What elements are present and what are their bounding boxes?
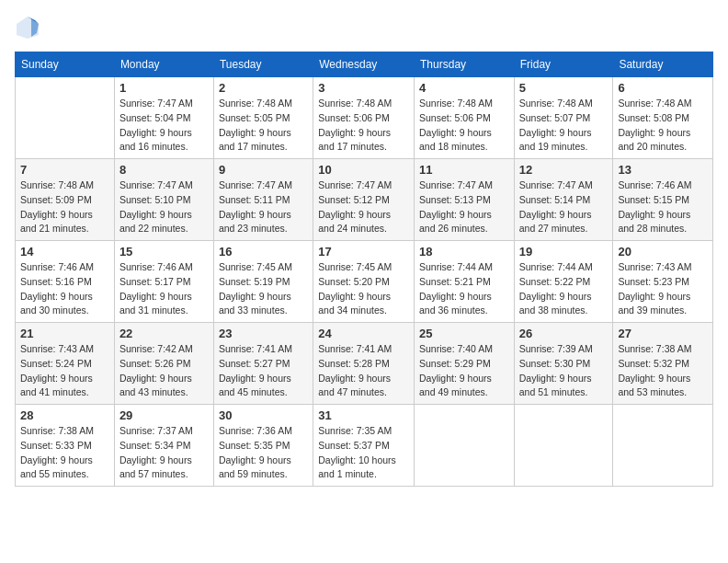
calendar-header: SundayMondayTuesdayWednesdayThursdayFrid… <box>16 52 713 77</box>
calendar-cell: 18Sunrise: 7:44 AMSunset: 5:21 PMDayligh… <box>415 241 515 323</box>
day-info: Sunrise: 7:47 AMSunset: 5:04 PMDaylight:… <box>119 97 209 155</box>
logo <box>15 15 44 40</box>
day-header-tuesday: Tuesday <box>213 52 313 77</box>
calendar-cell: 9Sunrise: 7:47 AMSunset: 5:11 PMDaylight… <box>213 159 313 241</box>
calendar-cell: 16Sunrise: 7:45 AMSunset: 5:19 PMDayligh… <box>213 241 313 323</box>
day-info: Sunrise: 7:48 AMSunset: 5:09 PMDaylight:… <box>20 178 109 236</box>
day-number: 12 <box>519 163 609 177</box>
calendar-cell: 4Sunrise: 7:48 AMSunset: 5:06 PMDaylight… <box>415 77 515 159</box>
day-info: Sunrise: 7:44 AMSunset: 5:21 PMDaylight:… <box>419 260 509 318</box>
calendar-week-row: 21Sunrise: 7:43 AMSunset: 5:24 PMDayligh… <box>16 323 713 405</box>
day-number: 20 <box>618 245 708 259</box>
calendar-week-row: 1Sunrise: 7:47 AMSunset: 5:04 PMDaylight… <box>16 77 713 159</box>
day-info: Sunrise: 7:48 AMSunset: 5:08 PMDaylight:… <box>618 97 708 155</box>
day-number: 27 <box>618 327 708 340</box>
day-info: Sunrise: 7:47 AMSunset: 5:12 PMDaylight:… <box>318 178 409 236</box>
days-of-week-row: SundayMondayTuesdayWednesdayThursdayFrid… <box>16 52 713 77</box>
calendar-cell: 29Sunrise: 7:37 AMSunset: 5:34 PMDayligh… <box>114 405 213 487</box>
day-number: 21 <box>20 327 109 340</box>
day-number: 18 <box>419 245 509 259</box>
calendar-cell: 13Sunrise: 7:46 AMSunset: 5:15 PMDayligh… <box>613 159 713 241</box>
calendar-table: SundayMondayTuesdayWednesdayThursdayFrid… <box>15 52 713 487</box>
day-info: Sunrise: 7:45 AMSunset: 5:20 PMDaylight:… <box>318 260 409 318</box>
day-number: 30 <box>219 408 308 422</box>
calendar-body: 1Sunrise: 7:47 AMSunset: 5:04 PMDaylight… <box>16 77 713 487</box>
day-info: Sunrise: 7:47 AMSunset: 5:11 PMDaylight:… <box>219 178 308 236</box>
day-number: 24 <box>318 327 409 340</box>
day-info: Sunrise: 7:43 AMSunset: 5:24 PMDaylight:… <box>20 342 109 400</box>
day-header-saturday: Saturday <box>613 52 713 77</box>
day-info: Sunrise: 7:46 AMSunset: 5:16 PMDaylight:… <box>20 260 109 318</box>
day-header-sunday: Sunday <box>16 52 115 77</box>
day-info: Sunrise: 7:47 AMSunset: 5:13 PMDaylight:… <box>419 178 509 236</box>
calendar-cell: 20Sunrise: 7:43 AMSunset: 5:23 PMDayligh… <box>613 241 713 323</box>
day-number: 15 <box>119 245 209 259</box>
calendar-cell: 1Sunrise: 7:47 AMSunset: 5:04 PMDaylight… <box>114 77 213 159</box>
calendar-cell: 12Sunrise: 7:47 AMSunset: 5:14 PMDayligh… <box>514 159 613 241</box>
calendar-week-row: 7Sunrise: 7:48 AMSunset: 5:09 PMDaylight… <box>16 159 713 241</box>
calendar-cell <box>16 77 115 159</box>
calendar-cell: 14Sunrise: 7:46 AMSunset: 5:16 PMDayligh… <box>16 241 115 323</box>
day-info: Sunrise: 7:48 AMSunset: 5:06 PMDaylight:… <box>419 97 509 155</box>
day-info: Sunrise: 7:40 AMSunset: 5:29 PMDaylight:… <box>419 342 509 400</box>
day-number: 28 <box>20 408 109 422</box>
calendar-cell: 28Sunrise: 7:38 AMSunset: 5:33 PMDayligh… <box>16 405 115 487</box>
calendar-cell: 10Sunrise: 7:47 AMSunset: 5:12 PMDayligh… <box>313 159 415 241</box>
logo-icon <box>15 15 40 40</box>
day-info: Sunrise: 7:41 AMSunset: 5:27 PMDaylight:… <box>219 342 308 400</box>
day-number: 22 <box>119 327 209 340</box>
day-info: Sunrise: 7:45 AMSunset: 5:19 PMDaylight:… <box>219 260 308 318</box>
day-info: Sunrise: 7:39 AMSunset: 5:30 PMDaylight:… <box>519 342 609 400</box>
day-info: Sunrise: 7:38 AMSunset: 5:32 PMDaylight:… <box>618 342 708 400</box>
day-number: 2 <box>219 81 308 95</box>
day-number: 11 <box>419 163 509 177</box>
day-number: 4 <box>419 81 509 95</box>
day-number: 5 <box>519 81 609 95</box>
day-number: 7 <box>20 163 109 177</box>
day-header-friday: Friday <box>514 52 613 77</box>
day-info: Sunrise: 7:48 AMSunset: 5:05 PMDaylight:… <box>219 97 308 155</box>
calendar-cell: 3Sunrise: 7:48 AMSunset: 5:06 PMDaylight… <box>313 77 415 159</box>
day-number: 6 <box>618 81 708 95</box>
day-info: Sunrise: 7:48 AMSunset: 5:06 PMDaylight:… <box>318 97 409 155</box>
day-number: 19 <box>519 245 609 259</box>
day-number: 3 <box>318 81 409 95</box>
calendar-cell: 31Sunrise: 7:35 AMSunset: 5:37 PMDayligh… <box>313 405 415 487</box>
calendar-cell <box>415 405 515 487</box>
calendar-cell: 17Sunrise: 7:45 AMSunset: 5:20 PMDayligh… <box>313 241 415 323</box>
day-number: 26 <box>519 327 609 340</box>
day-number: 31 <box>318 408 409 422</box>
day-number: 25 <box>419 327 509 340</box>
day-info: Sunrise: 7:36 AMSunset: 5:35 PMDaylight:… <box>219 424 308 482</box>
calendar-cell: 21Sunrise: 7:43 AMSunset: 5:24 PMDayligh… <box>16 323 115 405</box>
day-info: Sunrise: 7:48 AMSunset: 5:07 PMDaylight:… <box>519 97 609 155</box>
calendar-cell <box>613 405 713 487</box>
day-number: 8 <box>119 163 209 177</box>
day-info: Sunrise: 7:43 AMSunset: 5:23 PMDaylight:… <box>618 260 708 318</box>
day-number: 14 <box>20 245 109 259</box>
calendar-cell: 24Sunrise: 7:41 AMSunset: 5:28 PMDayligh… <box>313 323 415 405</box>
day-info: Sunrise: 7:46 AMSunset: 5:17 PMDaylight:… <box>119 260 209 318</box>
day-info: Sunrise: 7:47 AMSunset: 5:10 PMDaylight:… <box>119 178 209 236</box>
calendar-cell: 11Sunrise: 7:47 AMSunset: 5:13 PMDayligh… <box>415 159 515 241</box>
calendar-cell: 7Sunrise: 7:48 AMSunset: 5:09 PMDaylight… <box>16 159 115 241</box>
calendar-cell: 22Sunrise: 7:42 AMSunset: 5:26 PMDayligh… <box>114 323 213 405</box>
calendar-week-row: 14Sunrise: 7:46 AMSunset: 5:16 PMDayligh… <box>16 241 713 323</box>
day-info: Sunrise: 7:47 AMSunset: 5:14 PMDaylight:… <box>519 178 609 236</box>
calendar-cell <box>514 405 613 487</box>
day-number: 17 <box>318 245 409 259</box>
calendar-cell: 26Sunrise: 7:39 AMSunset: 5:30 PMDayligh… <box>514 323 613 405</box>
calendar-cell: 6Sunrise: 7:48 AMSunset: 5:08 PMDaylight… <box>613 77 713 159</box>
calendar-cell: 15Sunrise: 7:46 AMSunset: 5:17 PMDayligh… <box>114 241 213 323</box>
day-info: Sunrise: 7:37 AMSunset: 5:34 PMDaylight:… <box>119 424 209 482</box>
calendar-cell: 30Sunrise: 7:36 AMSunset: 5:35 PMDayligh… <box>213 405 313 487</box>
day-header-wednesday: Wednesday <box>313 52 415 77</box>
day-info: Sunrise: 7:46 AMSunset: 5:15 PMDaylight:… <box>618 178 708 236</box>
day-info: Sunrise: 7:42 AMSunset: 5:26 PMDaylight:… <box>119 342 209 400</box>
calendar-week-row: 28Sunrise: 7:38 AMSunset: 5:33 PMDayligh… <box>16 405 713 487</box>
day-number: 9 <box>219 163 308 177</box>
day-number: 1 <box>119 81 209 95</box>
calendar-cell: 27Sunrise: 7:38 AMSunset: 5:32 PMDayligh… <box>613 323 713 405</box>
calendar-cell: 25Sunrise: 7:40 AMSunset: 5:29 PMDayligh… <box>415 323 515 405</box>
day-info: Sunrise: 7:35 AMSunset: 5:37 PMDaylight:… <box>318 424 409 482</box>
